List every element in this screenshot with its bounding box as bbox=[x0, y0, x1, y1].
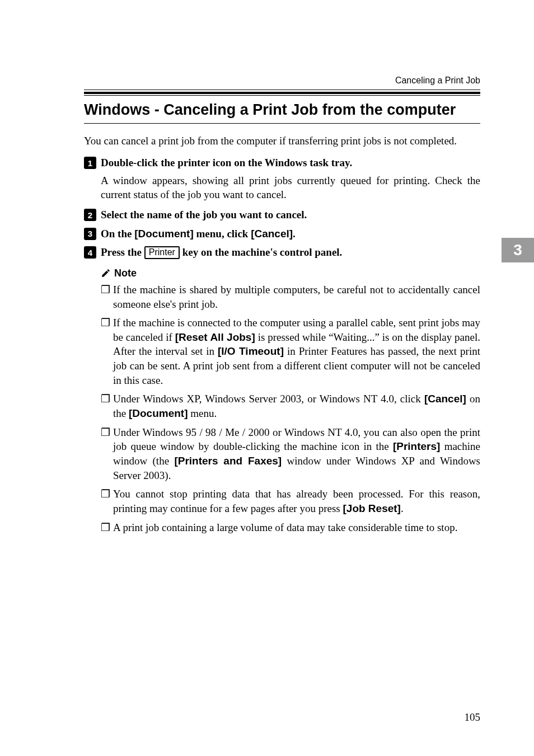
step-3-title: On the [Document] menu, click [Cancel]. bbox=[101, 227, 480, 241]
ui-ref-document: [Document] bbox=[129, 407, 188, 419]
ui-ref-cancel: [Cancel] bbox=[251, 228, 293, 240]
ui-ref-document: [Document] bbox=[134, 228, 194, 240]
heading-rule-mid bbox=[84, 95, 480, 96]
text: On the bbox=[101, 228, 134, 240]
note-item-4: ❒ Under Windows 95 / 98 / Me / 2000 or W… bbox=[101, 425, 480, 483]
bullet-icon: ❒ bbox=[101, 316, 113, 387]
pencil-icon bbox=[101, 268, 111, 278]
note-item-1: ❒ If the machine is shared by multiple c… bbox=[101, 283, 480, 311]
bullet-icon: ❒ bbox=[101, 520, 113, 535]
ui-ref-cancel: [Cancel] bbox=[424, 393, 466, 405]
section-number: 3 bbox=[513, 241, 522, 259]
text: menu, click bbox=[194, 228, 251, 240]
bullet-icon: ❒ bbox=[101, 487, 113, 515]
ui-ref-reset-all-jobs: [Reset All Jobs] bbox=[175, 331, 255, 343]
bullet-icon: ❒ bbox=[101, 392, 113, 420]
note-item-5: ❒ You cannot stop printing data that has… bbox=[101, 487, 480, 515]
bullet-icon: ❒ bbox=[101, 283, 113, 311]
note-item-6: ❒ A print job containing a large volume … bbox=[101, 520, 480, 535]
step-1: 1 Double-click the printer icon on the W… bbox=[84, 156, 480, 170]
running-header: Canceling a Print Job bbox=[395, 76, 480, 86]
step-4-title: Press the Printer key on the machine's c… bbox=[101, 245, 480, 260]
note-label: Note bbox=[114, 267, 137, 279]
text: Press the bbox=[101, 246, 144, 258]
ui-ref-printers-and-faxes: [Printers and Faxes] bbox=[174, 455, 282, 467]
ui-ref-printers: [Printers] bbox=[393, 440, 440, 452]
text: . bbox=[293, 228, 296, 240]
step-1-body: A window appears, showing all print jobs… bbox=[101, 173, 480, 202]
ui-ref-io-timeout: [I/O Timeout] bbox=[218, 345, 284, 357]
step-3: 3 On the [Document] menu, click [Cancel]… bbox=[84, 227, 480, 241]
section-tab: 3 bbox=[502, 238, 534, 262]
step-number-badge: 3 bbox=[84, 228, 96, 240]
step-number-badge: 1 bbox=[84, 157, 96, 169]
text: key on the machine's control panel. bbox=[180, 246, 342, 258]
bullet-icon: ❒ bbox=[101, 425, 113, 483]
note-2-text: If the machine is connected to the compu… bbox=[113, 316, 480, 387]
step-number-badge: 2 bbox=[84, 209, 96, 221]
note-heading: Note bbox=[101, 267, 480, 279]
step-number-badge: 4 bbox=[84, 246, 96, 259]
section-heading: Windows - Canceling a Print Job from the… bbox=[84, 101, 480, 119]
note-5-text: You cannot stop printing data that has a… bbox=[113, 487, 480, 515]
step-4: 4 Press the Printer key on the machine's… bbox=[84, 245, 480, 260]
ui-ref-job-reset: [Job Reset] bbox=[343, 503, 400, 514]
step-2: 2 Select the name of the job you want to… bbox=[84, 208, 480, 222]
heading-rule-bottom bbox=[84, 123, 480, 124]
heading-rule-top bbox=[84, 92, 480, 94]
intro-paragraph: You can cancel a print job from the comp… bbox=[84, 134, 480, 148]
note-item-2: ❒ If the machine is connected to the com… bbox=[101, 316, 480, 387]
step-1-title: Double-click the printer icon on the Win… bbox=[101, 156, 480, 170]
page: Canceling a Print Job 3 Windows - Cancel… bbox=[0, 0, 534, 756]
text: menu. bbox=[188, 407, 217, 419]
text: Under Windows XP, Windows Server 2003, o… bbox=[113, 393, 424, 405]
text: . bbox=[401, 503, 404, 514]
hardware-key-printer: Printer bbox=[144, 246, 180, 259]
step-2-title: Select the name of the job you want to c… bbox=[101, 208, 480, 222]
note-1-text: If the machine is shared by multiple com… bbox=[113, 283, 480, 311]
note-6-text: A print job containing a large volume of… bbox=[113, 520, 480, 535]
header-rule bbox=[84, 90, 480, 90]
page-number: 105 bbox=[465, 711, 481, 724]
text: You cannot stop printing data that has a… bbox=[113, 488, 480, 514]
note-4-text: Under Windows 95 / 98 / Me / 2000 or Win… bbox=[113, 425, 480, 483]
note-3-text: Under Windows XP, Windows Server 2003, o… bbox=[113, 392, 480, 420]
note-item-3: ❒ Under Windows XP, Windows Server 2003,… bbox=[101, 392, 480, 420]
